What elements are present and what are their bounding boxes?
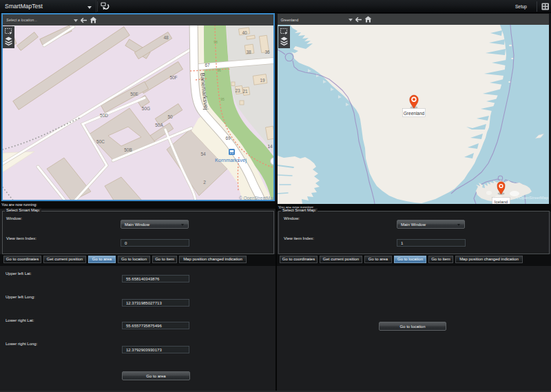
svg-text:©OpenStreetMap: ©OpenStreetMap: [516, 196, 548, 200]
svg-text:54: 54: [200, 152, 206, 156]
svg-text:23: 23: [235, 88, 240, 93]
svg-text:50E: 50E: [130, 92, 138, 96]
svg-text:Greenland: Greenland: [404, 111, 425, 116]
svg-text:Kornmarksvej: Kornmarksvej: [215, 157, 247, 163]
svg-text:50B: 50B: [124, 147, 132, 152]
svg-text:50: 50: [167, 114, 173, 119]
svg-text:© OpenStreetMap: © OpenStreetMap: [239, 196, 273, 200]
svg-text:95: 95: [220, 97, 225, 101]
svg-text:67: 67: [205, 63, 210, 68]
svg-text:96: 96: [217, 68, 221, 72]
svg-text:14: 14: [267, 144, 273, 149]
svg-text:38: 38: [246, 50, 251, 54]
svg-text:36: 36: [264, 50, 270, 54]
svg-text:21: 21: [242, 89, 248, 94]
svg-text:50C: 50C: [96, 139, 105, 144]
svg-text:2: 2: [203, 180, 206, 185]
svg-text:50A: 50A: [155, 123, 163, 127]
svg-text:98: 98: [214, 40, 218, 44]
svg-text:50D: 50D: [100, 113, 108, 118]
svg-text:48: 48: [163, 35, 169, 40]
svg-text:50G: 50G: [142, 106, 150, 111]
svg-text:69: 69: [225, 136, 231, 141]
svg-text:40: 40: [242, 30, 247, 35]
svg-text:19: 19: [260, 78, 265, 83]
svg-text:50F: 50F: [169, 75, 177, 80]
